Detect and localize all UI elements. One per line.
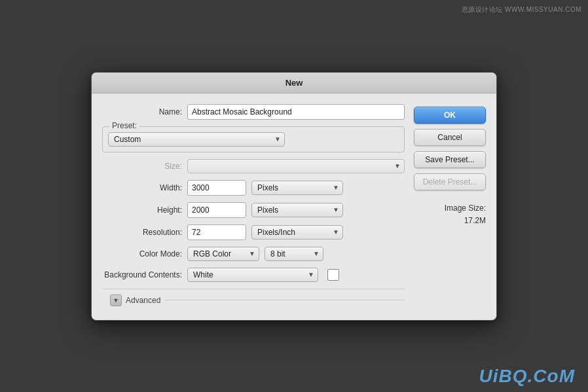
bit-depth-wrapper: 8 bit ▼ xyxy=(265,247,323,261)
new-document-dialog: New Name: Preset: Custom xyxy=(91,72,497,321)
image-size-label: Image Size: xyxy=(414,202,486,215)
advanced-divider xyxy=(164,300,405,300)
advanced-row: ▼ Advanced xyxy=(102,289,405,309)
bg-label: Background Contents: xyxy=(102,270,187,279)
advanced-toggle-button[interactable]: ▼ xyxy=(110,294,122,306)
size-select-wrapper: ▼ xyxy=(187,159,405,173)
dialog-overlay: New Name: Preset: Custom xyxy=(0,0,588,392)
height-input-group: Pixels ▼ xyxy=(187,202,343,218)
resolution-input-group: Pixels/Inch ▼ xyxy=(187,224,343,240)
resolution-row: Resolution: Pixels/Inch ▼ xyxy=(102,224,405,240)
width-input-group: Pixels ▼ xyxy=(187,180,343,196)
name-input[interactable] xyxy=(187,104,405,120)
color-mode-select[interactable]: RGB Color xyxy=(187,247,259,261)
preset-select[interactable]: Custom xyxy=(108,132,285,147)
bg-input-group: White ▼ xyxy=(187,268,339,282)
dialog-titlebar: New xyxy=(92,73,496,94)
dialog-title: New xyxy=(285,78,303,88)
height-input[interactable] xyxy=(187,202,246,218)
resolution-input[interactable] xyxy=(187,224,246,240)
resolution-label: Resolution: xyxy=(102,228,187,237)
bg-select[interactable]: White xyxy=(187,268,318,282)
preset-legend: Preset: xyxy=(109,121,139,130)
bg-contents-row: Background Contents: White ▼ xyxy=(102,268,405,282)
name-row: Name: xyxy=(102,104,405,120)
buttons-area: OK Cancel Save Preset... Delete Preset..… xyxy=(414,104,486,309)
width-unit-wrapper: Pixels ▼ xyxy=(251,181,343,195)
advanced-label: Advanced xyxy=(126,296,160,305)
cancel-button[interactable]: Cancel xyxy=(414,129,486,146)
height-unit-select[interactable]: Pixels xyxy=(251,203,343,217)
size-input-wrapper: ▼ xyxy=(187,159,405,173)
image-size-info: Image Size: 17.2M xyxy=(414,202,486,227)
preset-inner: Custom ▼ xyxy=(108,131,399,147)
save-preset-button[interactable]: Save Preset... xyxy=(414,151,486,168)
preset-row: Preset: Custom ▼ xyxy=(102,126,405,152)
width-unit-select[interactable]: Pixels xyxy=(251,181,343,195)
name-label: Name: xyxy=(102,107,187,116)
color-mode-input-group: RGB Color ▼ 8 bit ▼ xyxy=(187,247,323,261)
delete-preset-button[interactable]: Delete Preset... xyxy=(414,173,486,190)
resolution-unit-select[interactable]: Pixels/Inch xyxy=(251,225,343,240)
width-label: Width: xyxy=(102,183,187,192)
width-row: Width: Pixels ▼ xyxy=(102,180,405,196)
color-mode-row: Color Mode: RGB Color ▼ 8 bit xyxy=(102,247,405,261)
color-mode-label: Color Mode: xyxy=(102,249,187,258)
bg-select-wrapper: White ▼ xyxy=(187,268,318,282)
color-swatch[interactable] xyxy=(327,269,339,281)
watermark-bottom-right: UiBQ.CoM xyxy=(479,366,575,387)
height-unit-wrapper: Pixels ▼ xyxy=(251,203,343,217)
bit-depth-select[interactable]: 8 bit xyxy=(265,247,323,261)
width-input[interactable] xyxy=(187,180,246,196)
image-size-value: 17.2M xyxy=(414,215,486,227)
dialog-body: Name: Preset: Custom ▼ xyxy=(92,94,496,319)
preset-select-wrapper: Custom ▼ xyxy=(108,132,285,147)
size-row: Size: ▼ xyxy=(102,159,405,173)
height-label: Height: xyxy=(102,205,187,215)
height-row: Height: Pixels ▼ xyxy=(102,202,405,218)
size-label: Size: xyxy=(102,162,187,171)
color-mode-wrapper: RGB Color ▼ xyxy=(187,247,259,261)
form-area: Name: Preset: Custom ▼ xyxy=(102,104,405,309)
resolution-unit-wrapper: Pixels/Inch ▼ xyxy=(251,225,343,240)
size-select[interactable] xyxy=(187,159,405,173)
ok-button[interactable]: OK xyxy=(414,107,486,124)
